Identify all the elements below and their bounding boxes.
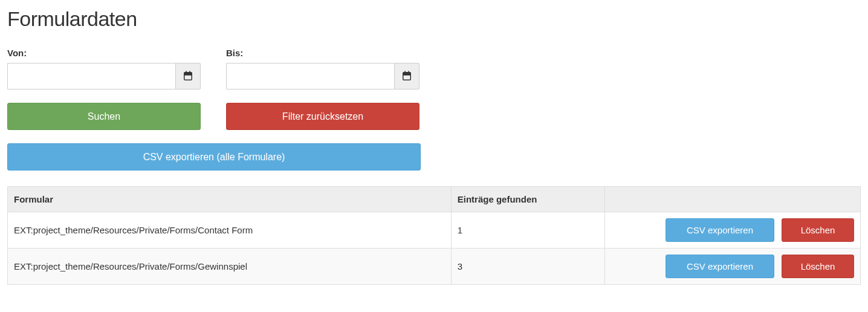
forms-table: Formular Einträge gefunden EXT:project_t… (7, 186, 861, 285)
form-path-cell: EXT:project_theme/Resources/Private/Form… (8, 249, 452, 285)
row-export-csv-button[interactable]: CSV exportieren (666, 255, 774, 278)
export-all-csv-button[interactable]: CSV exportieren (alle Formulare) (7, 143, 421, 171)
row-delete-button[interactable]: Löschen (782, 218, 854, 242)
page-title: Formulardaten (7, 7, 861, 31)
row-export-csv-button[interactable]: CSV exportieren (666, 218, 774, 242)
calendar-icon (402, 71, 412, 82)
to-date-picker-button[interactable] (394, 63, 419, 89)
from-label: Von: (7, 48, 201, 58)
from-date-input[interactable] (7, 63, 175, 89)
entry-count-cell: 1 (451, 212, 604, 249)
row-delete-button[interactable]: Löschen (782, 255, 854, 278)
search-button[interactable]: Suchen (7, 103, 201, 130)
from-date-picker-button[interactable] (175, 63, 201, 89)
table-header-actions (604, 187, 860, 212)
date-filter-row: Von: Bis: (7, 48, 861, 89)
table-header-count: Einträge gefunden (451, 187, 604, 212)
table-header-form: Formular (8, 187, 452, 212)
filter-button-row: Suchen Filter zurücksetzen (7, 103, 861, 130)
entry-count-cell: 3 (451, 249, 604, 285)
form-path-cell: EXT:project_theme/Resources/Private/Form… (8, 212, 452, 249)
to-label: Bis: (226, 48, 419, 58)
to-date-input[interactable] (226, 63, 394, 89)
table-row: EXT:project_theme/Resources/Private/Form… (8, 212, 861, 249)
table-row: EXT:project_theme/Resources/Private/Form… (8, 249, 861, 285)
calendar-icon (183, 71, 193, 82)
reset-filter-button[interactable]: Filter zurücksetzen (226, 103, 419, 130)
